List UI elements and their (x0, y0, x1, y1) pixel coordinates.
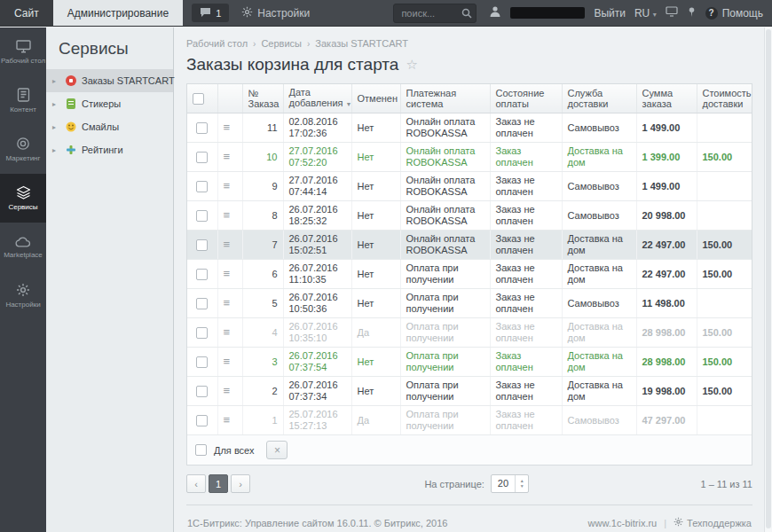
monitor-icon[interactable] (666, 6, 678, 20)
col-delivery-service[interactable]: Служба доставки (562, 84, 636, 113)
select-all-checkbox[interactable] (193, 93, 204, 105)
row-menu-icon[interactable]: ≡ (224, 121, 231, 134)
table-row[interactable]: ≡ 8 26.07.201618:25:32 Нет Онлайн оплата… (187, 201, 752, 231)
logout-link[interactable]: Выйти (594, 7, 626, 20)
rail-item-marketing[interactable]: Маркетинг (0, 125, 46, 174)
payment-status-cell: Заказ не оплачен (490, 377, 562, 406)
col-delivery-cost[interactable]: Стоимость доставки (697, 84, 752, 113)
payment-status-cell: Заказ не оплачен (490, 318, 562, 348)
col-order-number[interactable]: № Заказа (242, 84, 283, 113)
table-row[interactable]: ≡ 5 26.07.201610:50:36 Нет Оплата при по… (187, 289, 752, 318)
table-row[interactable]: ≡ 9 27.07.201607:44:14 Нет Онлайн оплата… (187, 172, 752, 201)
table-row[interactable]: ≡ 11 02.08.201617:02:36 Нет Онлайн оплат… (187, 113, 752, 143)
row-menu-icon[interactable]: ≡ (224, 150, 231, 163)
select-all-header (187, 84, 217, 113)
table-row[interactable]: ≡ 3 26.07.201607:37:54 Нет Оплата при по… (187, 348, 752, 377)
row-checkbox[interactable] (196, 298, 208, 309)
favorite-star-icon[interactable]: ☆ (406, 57, 417, 73)
clear-selection-button[interactable]: × (266, 441, 288, 459)
row-checkbox[interactable] (196, 152, 208, 163)
rail-item-content[interactable]: Контент (0, 76, 46, 125)
for-all-checkbox[interactable] (195, 444, 207, 456)
user-name-redacted[interactable] (510, 7, 585, 19)
order-number-cell: 11 (242, 113, 283, 143)
row-checkbox[interactable] (196, 122, 208, 134)
language-selector[interactable]: RU ▾ (634, 7, 657, 20)
table-row[interactable]: ≡ 7 26.07.201615:02:51 Нет Онлайн оплата… (187, 231, 752, 260)
row-menu-icon[interactable]: ≡ (224, 208, 231, 222)
per-page-group: На странице: 20 ▲▼ (424, 474, 529, 493)
current-page-button[interactable]: 1 (209, 474, 228, 493)
scrollbar[interactable] (764, 27, 772, 532)
chevron-down-icon: ▾ (653, 11, 657, 19)
rail-item-services[interactable]: Сервисы (0, 174, 46, 223)
rail-item-marketplace[interactable]: Marketplace (0, 223, 46, 271)
topbar-settings-button[interactable]: Настройки (241, 0, 310, 26)
pin-icon[interactable] (687, 6, 697, 20)
scrollbar-thumb[interactable] (766, 29, 771, 528)
help-button[interactable]: ? Помощь (705, 7, 763, 20)
tree-arrow-icon[interactable]: ▸ (52, 146, 59, 154)
delivery-cost-cell: 150.00 (697, 348, 752, 377)
row-menu-icon[interactable]: ≡ (224, 325, 231, 339)
col-date-added[interactable]: Дата добавления▼ (283, 84, 351, 113)
col-payment-system[interactable]: Платежная система (400, 84, 490, 113)
row-menu-icon[interactable]: ≡ (224, 355, 231, 368)
sidebar-item-stickers[interactable]: ▸ Стикеры (46, 92, 173, 115)
row-checkbox[interactable] (196, 327, 208, 339)
breadcrumb-services[interactable]: Сервисы (261, 38, 302, 49)
tree-arrow-icon[interactable]: ▸ (52, 123, 59, 131)
main-area: Рабочий стол › Сервисы › Заказы STARTCAR… (175, 27, 772, 532)
row-menu-icon[interactable]: ≡ (224, 238, 231, 251)
row-checkbox[interactable] (196, 356, 208, 368)
tab-site[interactable]: Сайт (0, 0, 53, 26)
row-menu-cell: ≡ (217, 113, 242, 143)
row-checkbox-cell (187, 231, 217, 260)
notifications-button[interactable]: 1 (192, 4, 229, 22)
row-checkbox[interactable] (196, 210, 208, 222)
rail-item-settings[interactable]: Настройки (0, 271, 46, 320)
row-menu-cell: ≡ (217, 289, 242, 318)
row-menu-icon[interactable]: ≡ (224, 413, 231, 426)
table-row[interactable]: ≡ 2 26.07.201607:37:34 Нет Оплата при по… (187, 377, 752, 406)
row-checkbox-cell (187, 143, 217, 172)
per-page-select[interactable]: 20 ▲▼ (491, 474, 529, 493)
next-page-button[interactable]: › (231, 474, 250, 493)
tree-arrow-icon[interactable]: ▸ (52, 100, 59, 108)
row-checkbox[interactable] (196, 239, 208, 251)
cancelled-cell: Нет (351, 172, 400, 201)
table-row[interactable]: ≡ 10 27.07.201607:52:20 Нет Онлайн оплат… (187, 143, 752, 172)
search-icon[interactable] (461, 8, 472, 21)
table-row[interactable]: ≡ 4 26.07.201610:35:10 Да Оплата при пол… (187, 318, 752, 348)
prev-page-button[interactable]: ‹ (186, 474, 206, 493)
row-menu-cell: ≡ (217, 143, 242, 172)
tab-admin[interactable]: Администрирование (53, 0, 183, 26)
support-link[interactable]: Техподдержка (674, 517, 752, 528)
sidebar-item-ratings[interactable]: ▸ Рейтинги (46, 138, 173, 161)
row-checkbox[interactable] (196, 386, 208, 397)
rail-item-desktop[interactable]: Рабочий стол (0, 27, 46, 76)
col-cancelled[interactable]: Отменен (351, 84, 400, 113)
row-menu-cell: ≡ (217, 201, 242, 231)
col-order-sum[interactable]: Сумма заказа (636, 84, 697, 113)
date-cell: 26.07.201607:37:54 (283, 348, 351, 377)
sidebar-title: Сервисы (46, 27, 173, 69)
delivery-cost-cell: 150.00 (697, 318, 752, 348)
row-menu-icon[interactable]: ≡ (224, 296, 231, 309)
row-checkbox[interactable] (196, 269, 208, 280)
row-checkbox[interactable] (196, 415, 208, 426)
row-menu-icon[interactable]: ≡ (224, 267, 231, 280)
row-checkbox[interactable] (196, 181, 208, 192)
sidebar-item-startcart-orders[interactable]: ▸ Заказы STARTCART (46, 69, 173, 92)
col-payment-status[interactable]: Состояние оплаты (490, 84, 562, 113)
table-row[interactable]: ≡ 1 25.07.201615:27:13 Да Оплата при пол… (187, 406, 752, 435)
bitrix-site-link[interactable]: www.1c-bitrix.ru (588, 518, 658, 528)
tree-arrow-icon[interactable]: ▸ (52, 77, 59, 85)
chat-bubble-icon (200, 7, 211, 20)
sidebar-item-smileys[interactable]: ▸ Смайлы (46, 115, 173, 138)
table-row[interactable]: ≡ 6 26.07.201611:10:35 Нет Оплата при по… (187, 260, 752, 289)
row-menu-icon[interactable]: ≡ (224, 179, 231, 192)
row-checkbox-cell (187, 289, 217, 318)
row-menu-icon[interactable]: ≡ (224, 384, 231, 397)
breadcrumb-desktop[interactable]: Рабочий стол (186, 38, 248, 49)
